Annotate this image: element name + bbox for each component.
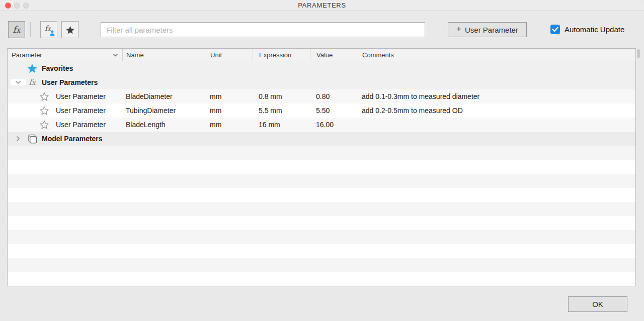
empty-rows-area bbox=[8, 146, 635, 286]
favorite-toggle-star-icon[interactable] bbox=[38, 120, 51, 130]
row-type-label: User Parameter bbox=[56, 92, 106, 100]
table-row-model-parameters[interactable]: Model Parameters bbox=[8, 132, 635, 146]
window-title: PARAMETERS bbox=[0, 0, 644, 11]
automatic-update-checkbox[interactable] bbox=[550, 25, 560, 34]
param-unit-cell: mm bbox=[204, 106, 253, 115]
chevron-right-icon bbox=[16, 136, 20, 142]
row-type-label: User Parameter bbox=[56, 106, 106, 115]
table-row[interactable]: User Parameter TubingDiameter mm 5.5 mm … bbox=[8, 103, 635, 118]
fx-icon: fx bbox=[29, 78, 35, 86]
param-unit-cell: mm bbox=[204, 121, 253, 129]
param-expression-cell[interactable]: 0.8 mm bbox=[253, 92, 310, 100]
param-value-cell: 5.50 bbox=[310, 106, 356, 115]
chevron-down-icon bbox=[15, 80, 21, 84]
add-user-parameter-label: User Parameter bbox=[465, 26, 518, 34]
checkmark-icon bbox=[552, 27, 558, 32]
table-row[interactable]: User Parameter BladeDiameter mm 0.8 mm 0… bbox=[8, 89, 635, 103]
automatic-update-group: Automatic Update bbox=[550, 25, 624, 34]
table-row-favorites[interactable]: Favorites bbox=[8, 61, 635, 75]
param-comments-cell[interactable]: add 0.2-0.5mm to measured OD bbox=[356, 106, 635, 115]
automatic-update-label: Automatic Update bbox=[565, 25, 624, 34]
group-label: User Parameters bbox=[42, 78, 98, 86]
cube-icon bbox=[27, 134, 38, 144]
title-bar: PARAMETERS bbox=[0, 0, 644, 11]
column-header-unit[interactable]: Unit bbox=[204, 49, 253, 61]
column-header-comments[interactable]: Comments bbox=[356, 49, 635, 61]
expander-placeholder bbox=[11, 63, 26, 74]
toolbar-separator bbox=[30, 22, 31, 37]
favorites-filter-button[interactable] bbox=[61, 21, 78, 38]
table-header: Parameter Name Unit Expression Value Com… bbox=[8, 49, 635, 61]
vertical-scrollbar-thumb[interactable] bbox=[637, 49, 640, 58]
person-icon bbox=[50, 30, 55, 36]
group-label: Model Parameters bbox=[42, 135, 103, 143]
param-name-cell[interactable]: BladeDiameter bbox=[122, 92, 204, 100]
add-user-parameter-button[interactable]: + User Parameter bbox=[448, 22, 527, 37]
column-header-name[interactable]: Name bbox=[122, 49, 204, 61]
param-comments-cell[interactable]: add 0.1-0.3mm to measured diameter bbox=[356, 92, 635, 100]
fx-parameters-button[interactable]: fx bbox=[8, 21, 25, 38]
param-name-cell[interactable]: BladeLength bbox=[122, 121, 204, 129]
collapse-expander[interactable] bbox=[11, 79, 26, 85]
table-row[interactable]: User Parameter BladeLength mm 16 mm 16.0… bbox=[8, 118, 635, 132]
param-expression-cell[interactable]: 16 mm bbox=[253, 121, 310, 129]
expand-expander[interactable] bbox=[11, 134, 26, 144]
group-label: Favorites bbox=[42, 64, 73, 72]
fx-icon: fx bbox=[13, 25, 20, 34]
column-header-value[interactable]: Value bbox=[310, 49, 356, 61]
column-header-expression[interactable]: Expression bbox=[253, 49, 310, 61]
param-unit-cell: mm bbox=[204, 92, 253, 100]
param-value-cell: 16.00 bbox=[310, 121, 356, 129]
param-expression-cell[interactable]: 5.5 mm bbox=[253, 106, 310, 115]
star-filled-icon bbox=[27, 63, 38, 74]
favorites-star-icon bbox=[65, 25, 75, 35]
sort-chevron-down-icon bbox=[113, 53, 118, 57]
user-parameters-filter-button[interactable]: fx bbox=[40, 21, 57, 38]
column-header-parameter[interactable]: Parameter bbox=[8, 49, 122, 61]
parameters-table: Parameter Name Unit Expression Value Com… bbox=[7, 48, 636, 286]
param-value-cell: 0.80 bbox=[310, 92, 356, 100]
filter-parameters-input[interactable] bbox=[101, 22, 425, 37]
favorite-toggle-star-icon[interactable] bbox=[38, 91, 51, 101]
param-name-cell[interactable]: TubingDiameter bbox=[122, 106, 204, 115]
plus-icon: + bbox=[456, 24, 461, 34]
table-row-user-parameters[interactable]: fx User Parameters bbox=[8, 75, 635, 89]
row-type-label: User Parameter bbox=[56, 121, 106, 129]
ok-button[interactable]: OK bbox=[568, 296, 627, 312]
favorite-toggle-star-icon[interactable] bbox=[38, 105, 51, 116]
